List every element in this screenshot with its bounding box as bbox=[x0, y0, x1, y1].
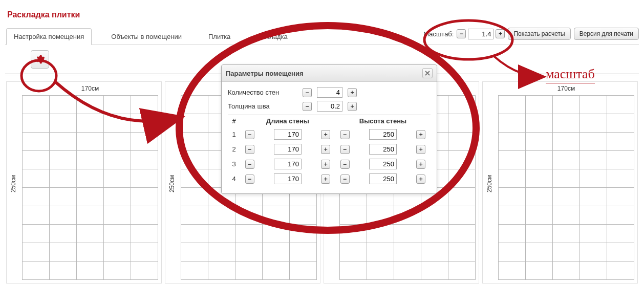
close-icon bbox=[425, 71, 430, 76]
height-decrement[interactable]: − bbox=[340, 160, 350, 169]
print-version-button[interactable]: Версия для печати bbox=[574, 28, 639, 40]
seam-decrement[interactable]: − bbox=[303, 102, 312, 111]
height-increment[interactable]: + bbox=[416, 160, 425, 169]
walls-count-decrement[interactable]: − bbox=[303, 88, 312, 97]
length-input[interactable] bbox=[274, 173, 302, 184]
table-row: 1 − + − + bbox=[228, 127, 431, 142]
length-increment[interactable]: + bbox=[321, 145, 330, 154]
seam-label: Толщина шва bbox=[228, 102, 299, 110]
length-decrement[interactable]: − bbox=[245, 130, 254, 139]
tab-room-settings[interactable]: Настройка помещения bbox=[6, 28, 92, 45]
table-row: 2 − + − + bbox=[228, 142, 431, 157]
scale-stepper: − + bbox=[457, 29, 505, 39]
walls-count-label: Количество стен bbox=[228, 89, 299, 96]
table-row: 3 − + − + bbox=[228, 157, 431, 171]
tile-grid[interactable] bbox=[498, 95, 634, 280]
wall-height-label: 250см bbox=[168, 175, 176, 192]
wall-height-label: 250см bbox=[486, 175, 493, 192]
dialog-title: Параметры помещения bbox=[226, 70, 304, 77]
tile-grid[interactable] bbox=[22, 95, 158, 280]
room-params-dialog: Параметры помещения Количество стен − + … bbox=[221, 64, 437, 194]
length-increment[interactable]: + bbox=[321, 130, 330, 139]
length-decrement[interactable]: − bbox=[245, 145, 254, 154]
height-input[interactable] bbox=[369, 144, 397, 155]
table-row: 4 − + − + bbox=[228, 171, 431, 186]
height-decrement[interactable]: − bbox=[340, 130, 350, 139]
gear-icon bbox=[35, 54, 45, 64]
wall-width-label: 170см bbox=[498, 85, 634, 92]
dialog-close-button[interactable] bbox=[422, 68, 433, 78]
scale-input[interactable] bbox=[468, 29, 493, 39]
row-index: 3 bbox=[228, 157, 240, 171]
length-decrement[interactable]: − bbox=[245, 160, 254, 169]
scale-label: Масштаб: bbox=[423, 30, 454, 38]
wall-panel-4: 170см 250см bbox=[482, 81, 638, 284]
col-length: Длина стены bbox=[240, 115, 335, 127]
seam-increment[interactable]: + bbox=[348, 102, 357, 111]
length-decrement[interactable]: − bbox=[245, 175, 254, 184]
length-input[interactable] bbox=[274, 159, 302, 169]
row-index: 2 bbox=[228, 142, 240, 157]
walls-count-increment[interactable]: + bbox=[348, 88, 357, 97]
scale-decrement[interactable]: − bbox=[457, 29, 466, 38]
show-calculations-button[interactable]: Показать расчеты bbox=[508, 28, 570, 40]
length-input[interactable] bbox=[274, 129, 302, 140]
length-increment[interactable]: + bbox=[321, 175, 330, 184]
height-input[interactable] bbox=[369, 173, 397, 184]
tab-objects[interactable]: Объекты в помещении bbox=[104, 29, 189, 45]
walls-table: # Длина стены Высота стены 1 − + − + 2 − bbox=[228, 115, 431, 186]
walls-count-input[interactable] bbox=[317, 87, 342, 98]
seam-input[interactable] bbox=[317, 101, 342, 112]
length-increment[interactable]: + bbox=[321, 160, 330, 169]
wall-width-label: 170см bbox=[22, 85, 158, 92]
col-height: Высота стены bbox=[335, 115, 431, 127]
wall-height-label: 250см bbox=[10, 175, 17, 192]
tab-tile[interactable]: Плитка bbox=[201, 29, 238, 45]
tab-layout[interactable]: Выкладка bbox=[250, 29, 294, 45]
height-input[interactable] bbox=[369, 129, 397, 140]
height-increment[interactable]: + bbox=[416, 130, 425, 139]
height-input[interactable] bbox=[369, 159, 397, 169]
col-index: # bbox=[228, 115, 240, 127]
height-decrement[interactable]: − bbox=[340, 175, 350, 184]
scale-increment[interactable]: + bbox=[496, 29, 505, 38]
height-increment[interactable]: + bbox=[416, 145, 425, 154]
row-index: 1 bbox=[228, 127, 240, 142]
length-input[interactable] bbox=[274, 144, 302, 155]
height-decrement[interactable]: − bbox=[340, 145, 350, 154]
page-title: Раскладка плитки bbox=[7, 10, 639, 19]
settings-button[interactable] bbox=[31, 50, 49, 69]
row-index: 4 bbox=[228, 171, 240, 186]
wall-panel-1: 170см 250см bbox=[6, 81, 162, 284]
height-increment[interactable]: + bbox=[416, 175, 425, 184]
